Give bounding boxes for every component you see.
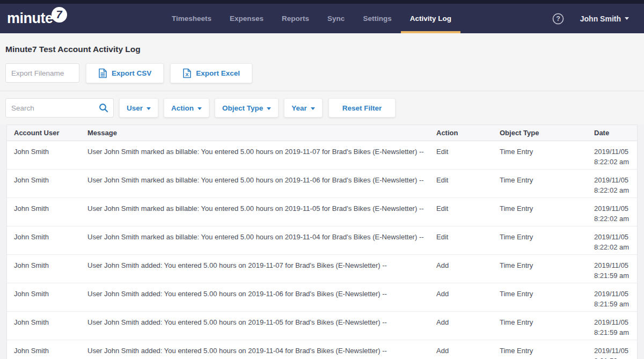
cell-date: 2019/11/05 bbox=[594, 203, 637, 214]
table-row[interactable]: John Smith User John Smith added: You en… bbox=[7, 340, 637, 359]
cell-account-user: John Smith bbox=[7, 170, 87, 197]
table-body: John Smith User John Smith marked as bil… bbox=[7, 141, 637, 359]
nav-item-label: Reports bbox=[282, 14, 309, 23]
search-icon[interactable] bbox=[99, 103, 108, 113]
export-csv-label: Export CSV bbox=[112, 69, 151, 77]
export-csv-button[interactable]: Export CSV bbox=[86, 63, 164, 83]
table-row[interactable]: John Smith User John Smith marked as bil… bbox=[7, 141, 637, 170]
chevron-down-icon bbox=[147, 107, 151, 110]
column-header-date: Date bbox=[594, 129, 637, 137]
search-box bbox=[5, 98, 114, 118]
page-header-section: Minute7 Test Account Activity Log Export… bbox=[0, 33, 644, 91]
cell-time: 8:21:59 am bbox=[594, 327, 637, 338]
cell-time: 8:22:02 am bbox=[594, 157, 637, 167]
cell-message: User John Smith marked as billable: You … bbox=[87, 226, 436, 254]
main-nav-menu: TimesheetsExpensesReportsSyncSettingsAct… bbox=[163, 4, 460, 33]
table-row[interactable]: John Smith User John Smith marked as bil… bbox=[7, 198, 637, 226]
minute7-logo[interactable]: minute 7 bbox=[7, 10, 67, 27]
reset-filter-button[interactable]: Reset Filter bbox=[328, 98, 396, 118]
cell-date: 2019/11/05 bbox=[594, 146, 637, 157]
cell-time: 8:21:59 am bbox=[594, 270, 637, 281]
filter-bar: User Action Object Type Year Reset Filte… bbox=[0, 91, 644, 124]
filter-dropdown-label: User bbox=[127, 104, 143, 112]
cell-time: 8:22:02 am bbox=[594, 242, 637, 252]
logo-7-badge-icon: 7 bbox=[52, 7, 67, 23]
filter-dropdown-button[interactable]: Object Type bbox=[215, 98, 279, 118]
cell-action: Add bbox=[436, 312, 500, 340]
cell-date: 2019/11/05 bbox=[594, 346, 637, 356]
cell-date: 2019/11/05 bbox=[594, 260, 637, 270]
filter-dropdown-button[interactable]: User bbox=[119, 98, 158, 118]
filter-dropdown-label: Object Type bbox=[222, 104, 263, 112]
nav-item[interactable]: Activity Log bbox=[401, 4, 460, 33]
nav-item[interactable]: Sync bbox=[318, 4, 354, 33]
cell-message: User John Smith added: You entered 5.00 … bbox=[87, 340, 436, 359]
filter-dropdown-label: Year bbox=[291, 104, 307, 112]
nav-item[interactable]: Reports bbox=[273, 4, 318, 33]
cell-message: User John Smith marked as billable: You … bbox=[87, 198, 436, 226]
nav-item[interactable]: Timesheets bbox=[163, 4, 221, 33]
search-input[interactable] bbox=[5, 98, 114, 118]
svg-text:?: ? bbox=[556, 15, 560, 23]
cell-object-type: Time Entry bbox=[500, 312, 594, 340]
top-navbar: minute 7 TimesheetsExpensesReportsSyncSe… bbox=[0, 4, 644, 33]
nav-item[interactable]: Expenses bbox=[221, 4, 273, 33]
column-header-object-type: Object Type bbox=[500, 129, 594, 137]
nav-item-label: Activity Log bbox=[410, 14, 451, 23]
cell-date: 2019/11/05 bbox=[594, 317, 637, 327]
cell-account-user: John Smith bbox=[7, 283, 87, 311]
nav-item-label: Settings bbox=[363, 14, 391, 23]
export-excel-label: Export Excel bbox=[196, 69, 240, 77]
cell-account-user: John Smith bbox=[7, 141, 87, 169]
cell-object-type: Time Entry bbox=[500, 226, 594, 254]
chevron-down-icon bbox=[197, 107, 202, 110]
column-header-account-user: Account User bbox=[7, 129, 87, 137]
table-row[interactable]: John Smith User John Smith added: You en… bbox=[7, 312, 637, 340]
chevron-down-icon bbox=[267, 107, 271, 110]
filter-dropdowns: User Action Object Type Year bbox=[114, 98, 323, 118]
cell-date: 2019/11/05 bbox=[594, 232, 637, 242]
excel-file-icon: X bbox=[182, 68, 192, 78]
filter-dropdown-button[interactable]: Year bbox=[284, 98, 323, 118]
nav-item[interactable]: Settings bbox=[354, 4, 400, 33]
nav-item-label: Sync bbox=[327, 14, 345, 23]
topbar-right: ? John Smith bbox=[552, 13, 629, 25]
cell-object-type: Time Entry bbox=[500, 340, 594, 359]
cell-account-user: John Smith bbox=[7, 312, 87, 340]
cell-object-type: Time Entry bbox=[500, 283, 594, 311]
filter-dropdown-button[interactable]: Action bbox=[164, 98, 209, 118]
chevron-down-icon bbox=[625, 17, 629, 20]
cell-date: 2019/11/05 bbox=[594, 175, 637, 185]
table-row[interactable]: John Smith User John Smith marked as bil… bbox=[7, 226, 637, 255]
cell-time: 8:21:59 am bbox=[594, 299, 637, 309]
table-row[interactable]: John Smith User John Smith marked as bil… bbox=[7, 170, 637, 198]
user-menu-label: John Smith bbox=[580, 14, 621, 23]
cell-object-type: Time Entry bbox=[500, 141, 594, 169]
svg-text:X: X bbox=[186, 71, 189, 77]
table-row[interactable]: John Smith User John Smith added: You en… bbox=[7, 255, 637, 283]
reset-filter-label: Reset Filter bbox=[342, 104, 382, 112]
export-filename-input[interactable] bbox=[5, 63, 79, 83]
cell-action: Edit bbox=[436, 198, 500, 226]
cell-time: 8:22:02 am bbox=[594, 214, 637, 224]
window-top-strip bbox=[0, 0, 644, 4]
cell-time: 8:22:02 am bbox=[594, 185, 637, 195]
cell-account-user: John Smith bbox=[7, 198, 87, 226]
cell-date: 2019/11/05 bbox=[594, 289, 637, 299]
cell-time: 8:21:59 am bbox=[594, 356, 637, 359]
cell-object-type: Time Entry bbox=[500, 170, 594, 197]
chevron-down-icon bbox=[311, 107, 315, 110]
cell-action: Edit bbox=[436, 226, 500, 254]
user-menu[interactable]: John Smith bbox=[580, 14, 629, 23]
help-icon[interactable]: ? bbox=[552, 13, 564, 25]
cell-action: Add bbox=[436, 255, 500, 283]
export-excel-button[interactable]: X Export Excel bbox=[170, 63, 252, 83]
table-header-row: Account User Message Action Object Type … bbox=[7, 125, 637, 141]
cell-action: Edit bbox=[436, 170, 500, 197]
filter-dropdown-label: Action bbox=[171, 104, 194, 112]
csv-file-icon bbox=[98, 68, 107, 78]
cell-message: User John Smith marked as billable: You … bbox=[87, 141, 436, 169]
cell-message: User John Smith added: You entered 5.00 … bbox=[87, 312, 436, 340]
nav-item-label: Timesheets bbox=[172, 14, 211, 23]
table-row[interactable]: John Smith User John Smith added: You en… bbox=[7, 283, 637, 312]
